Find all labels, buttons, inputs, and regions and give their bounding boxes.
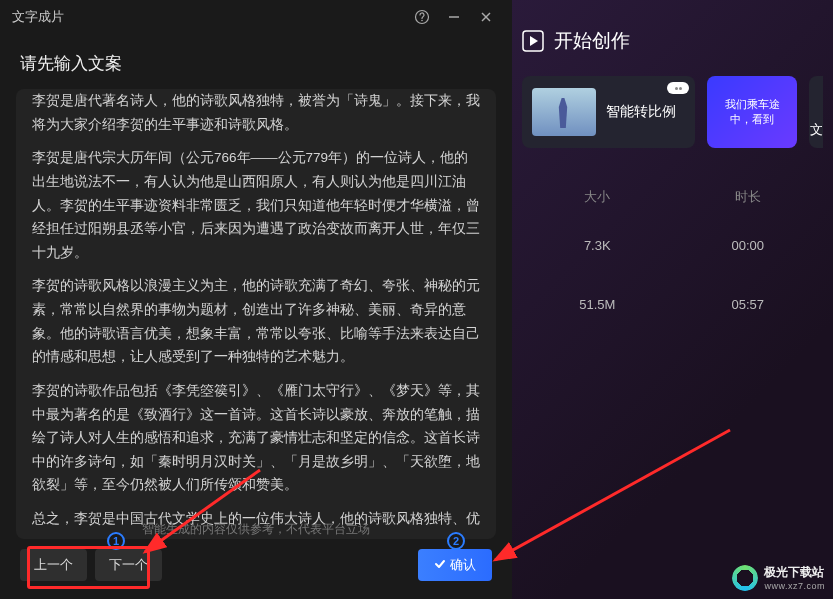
th-size: 大小: [522, 188, 673, 206]
th-duration: 时长: [673, 188, 824, 206]
cell-time: 05:57: [673, 297, 824, 312]
file-table: 大小 时长 7.3K 00:00 51.5M 05:57: [512, 148, 833, 334]
generated-text-content: 李贺是唐代著名诗人，他的诗歌风格独特，被誉为「诗鬼」。接下来，我将为大家介绍李贺…: [32, 89, 480, 527]
logo-name: 极光下载站: [764, 564, 825, 581]
play-box-icon: [522, 30, 544, 52]
creation-cards: 智能转比例 我们乘车途中，看到 文: [512, 76, 833, 148]
cell-size: 7.3K: [522, 238, 673, 253]
right-header: 开始创作: [512, 0, 833, 76]
paragraph: 李贺的诗歌风格以浪漫主义为主，他的诗歌充满了奇幻、夸张、神秘的元素，常常以自然界…: [32, 274, 480, 369]
page-title: 请先输入文案: [0, 34, 512, 89]
table-row[interactable]: 51.5M 05:57: [522, 275, 823, 334]
paragraph: 李贺的诗歌作品包括《李凭箜篌引》、《雁门太守行》、《梦天》等，其中最为著名的是《…: [32, 379, 480, 497]
right-header-title: 开始创作: [554, 28, 630, 54]
close-icon[interactable]: [472, 3, 500, 31]
table-header: 大小 时长: [522, 178, 823, 216]
window-title: 文字成片: [12, 8, 64, 26]
confirm-button[interactable]: 确认: [418, 549, 492, 581]
card-text-video[interactable]: 我们乘车途中，看到: [707, 76, 797, 148]
svg-point-1: [421, 20, 423, 22]
card-partial[interactable]: 文: [809, 76, 823, 148]
badge-like-icon: [667, 82, 689, 94]
card-title: 智能转比例: [606, 103, 676, 121]
footer-bar: 1 2 智能生成的内容仅供参考，不代表平台立场 上一个 下一个 确认: [0, 539, 512, 599]
generated-text-area[interactable]: 李贺是唐代著名诗人，他的诗歌风格独特，被誉为「诗鬼」。接下来，我将为大家介绍李贺…: [16, 89, 496, 539]
paragraph: 李贺是唐代著名诗人，他的诗歌风格独特，被誉为「诗鬼」。接下来，我将为大家介绍李贺…: [32, 89, 480, 136]
watermark-logo: 极光下载站 www.xz7.com: [732, 564, 825, 591]
logo-url: www.xz7.com: [764, 581, 825, 591]
table-row[interactable]: 7.3K 00:00: [522, 216, 823, 275]
swirl-icon: [732, 565, 758, 591]
card-smart-ratio[interactable]: 智能转比例: [522, 76, 695, 148]
paragraph: 李贺是唐代宗大历年间（公元766年——公元779年）的一位诗人，他的出生地说法不…: [32, 146, 480, 264]
disclaimer-text: 智能生成的内容仅供参考，不代表平台立场: [0, 521, 512, 538]
card-subtitle: 我们乘车途中，看到: [717, 97, 787, 126]
prev-button[interactable]: 上一个: [20, 549, 87, 581]
help-icon[interactable]: [408, 3, 436, 31]
minimize-icon[interactable]: [440, 3, 468, 31]
cell-size: 51.5M: [522, 297, 673, 312]
cell-time: 00:00: [673, 238, 824, 253]
card-thumbnail: [532, 88, 596, 136]
title-bar: 文字成片: [0, 0, 512, 34]
check-icon: [434, 558, 446, 573]
next-button[interactable]: 下一个: [95, 549, 162, 581]
confirm-label: 确认: [450, 556, 476, 574]
